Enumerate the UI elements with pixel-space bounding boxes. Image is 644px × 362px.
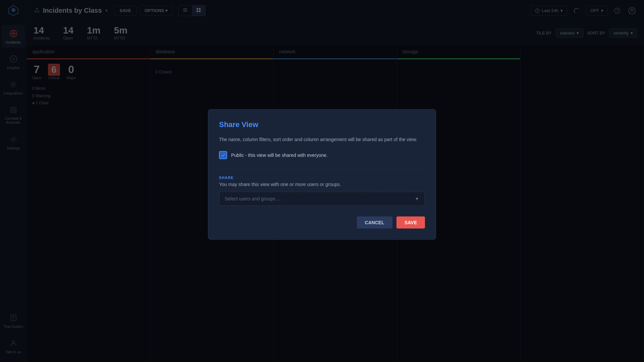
share-section-title: SHARE: [219, 176, 425, 180]
public-checkbox-row: Public - this view will be shared with e…: [219, 151, 425, 159]
public-checkbox-label: Public - this view will be shared with e…: [231, 153, 328, 158]
modal-actions: CANCEL SAVE: [219, 217, 425, 229]
modal-save-button[interactable]: SAVE: [396, 217, 425, 229]
modal-title: Share View: [219, 120, 425, 129]
share-description: You may share this view with one or more…: [219, 182, 425, 187]
users-groups-select[interactable]: Select users and groups ... ▼: [219, 192, 425, 206]
select-dropdown-icon: ▼: [415, 196, 419, 201]
public-checkbox[interactable]: [219, 151, 227, 159]
modal-separator: [219, 169, 425, 169]
modal-description: The name, column filters, sort order and…: [219, 136, 425, 143]
cancel-button[interactable]: CANCEL: [357, 217, 392, 229]
share-view-modal: Share View The name, column filters, sor…: [208, 109, 436, 240]
